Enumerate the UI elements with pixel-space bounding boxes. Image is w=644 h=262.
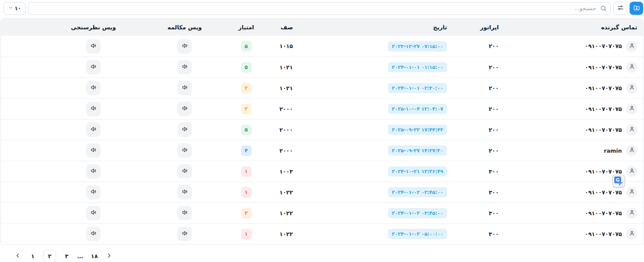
google-translate-popup[interactable]: G [613, 175, 625, 187]
caller-number: ramin [604, 148, 622, 154]
speaker-icon [90, 146, 97, 155]
person-icon [629, 84, 635, 92]
filter-button[interactable] [613, 2, 627, 15]
score-badge: ۱ [241, 229, 252, 239]
queue-number: ۱۰۲۲ [267, 189, 297, 196]
play-survey-voice-button[interactable] [86, 227, 101, 241]
caller-number: ۰۹۱۰۰۷۰۷۰۷۵ [585, 106, 622, 112]
score-badge: ۲ [241, 208, 252, 219]
speaker-icon [90, 84, 97, 92]
person-icon [629, 168, 635, 175]
play-call-voice-button[interactable] [177, 143, 192, 158]
play-call-voice-button[interactable] [177, 185, 192, 199]
play-survey-voice-button[interactable] [86, 102, 101, 116]
play-survey-voice-button[interactable] [86, 143, 101, 158]
call-date-badge: ۲۰۲۳-۱۲-۲۷ ۰۷:۱۵:۰۰ [388, 41, 447, 51]
operator-number: ۲۰۰ [452, 148, 503, 154]
caller-avatar [626, 166, 637, 177]
score-badge: ۱ [241, 187, 252, 198]
pagination: ۱ ۲ ۳ … ۱۸ [0, 245, 644, 262]
play-survey-voice-button[interactable] [86, 39, 101, 54]
table-row: ۰۹۱۰۰۷۰۷۰۷۵ ۳۰۰ ۲۰۲۴-۱۰-۲۱ ۱۲:۲۶:۴۹ ۱۰۰۳… [1, 161, 643, 182]
table-row: ۰۹۱۰۰۷۰۷۰۷۵ ۲۰۰ ۲۰۲۴-۰۱-۰۱ ۰۱:۱۵:۰۰ ۱۰۲۱… [1, 57, 643, 77]
play-call-voice-button[interactable] [177, 122, 192, 137]
speaker-icon [181, 167, 188, 176]
export-button[interactable] [630, 2, 643, 15]
speaker-icon [90, 105, 97, 113]
operator-number: ۲۰۰ [452, 127, 503, 133]
person-icon [629, 63, 635, 71]
call-date-badge: ۲۰۲۴-۰۱-۰۲ ۰۳:۴۵:۰۰ [388, 208, 447, 218]
person-icon [629, 105, 635, 113]
caller-number: ۰۹۱۰۰۷۰۷۰۷۵ [585, 168, 622, 175]
column-header-queue: صف [267, 24, 297, 31]
column-header-voice-survey: ویس نظرسنجی [47, 24, 144, 31]
call-date-badge: ۲۰۲۴-۰۱-۰۲ ۰۵:۰۰:۰۰ [388, 229, 447, 239]
call-date-badge: ۲۰۲۴-۰۱-۰۱ ۰۲:۳۰:۰۰ [388, 83, 447, 93]
page-button-1[interactable]: ۱ [28, 251, 37, 261]
play-survey-voice-button[interactable] [86, 185, 101, 199]
play-survey-voice-button[interactable] [86, 206, 101, 220]
previous-page-button[interactable] [14, 251, 22, 261]
table-row: ۰۹۱۰۰۷۰۷۰۷۵ ۳۰۰ ۲۰۲۴-۰۱-۰۲ ۰۳:۴۵:۰۰ ۱۰۲۲… [1, 202, 643, 223]
caller-number: ۰۹۱۰۰۷۰۷۰۷۵ [585, 43, 622, 49]
page-button-3[interactable]: ۳ [62, 251, 71, 261]
caller-number: ۰۹۱۰۰۷۰۷۰۷۵ [585, 210, 622, 216]
play-call-voice-button[interactable] [177, 206, 192, 220]
table-row: ۰۹۱۰۰۷۰۷۰۷۵ ۲۰۰ ۲۰۲۴-۰۱-۰۱ ۰۲:۳۰:۰۰ ۱۰۲۱… [1, 77, 643, 98]
caller-avatar [626, 62, 637, 73]
play-survey-voice-button[interactable] [86, 60, 101, 74]
queue-number: ۱۰۲۱ [267, 85, 297, 91]
caller-avatar [626, 41, 637, 52]
score-badge: ۴ [241, 145, 252, 156]
play-survey-voice-button[interactable] [86, 164, 101, 179]
score-badge: ۱ [241, 166, 252, 177]
speaker-icon [90, 167, 97, 176]
sliders-icon [617, 4, 624, 13]
play-call-voice-button[interactable] [177, 227, 192, 241]
caller-avatar [626, 187, 637, 198]
play-call-voice-button[interactable] [177, 164, 192, 179]
table-row: ramin ۲۰۰ ۲۰۲۵-۰۹-۲۷ ۱۴:۳۷:۳۰ ۲۰۰۰ ۴ [1, 140, 643, 161]
table-header-row: تماس گیرنده اپراتور تاریخ صف امتیاز ویس … [1, 19, 643, 36]
play-survey-voice-button[interactable] [86, 81, 101, 95]
page-button-2-active[interactable]: ۲ [43, 250, 56, 262]
speaker-icon [181, 63, 188, 71]
person-icon [629, 188, 635, 196]
toolbar: ۱۰ [0, 0, 644, 17]
caller-number: ۰۹۱۰۰۷۰۷۰۷۵ [585, 127, 622, 133]
score-badge: ۵ [241, 62, 252, 73]
column-header-caller: تماس گیرنده [503, 24, 643, 31]
page-button-18[interactable]: ۱۸ [90, 251, 98, 261]
caller-number: ۰۹۱۰۰۷۰۷۰۷۵ [585, 64, 622, 71]
operator-number: ۳۰۰ [452, 210, 503, 216]
speaker-icon [181, 125, 188, 134]
speaker-icon [181, 146, 188, 155]
queue-number: ۱۰۱۵ [267, 43, 297, 49]
play-call-voice-button[interactable] [177, 60, 192, 74]
page-size-select[interactable]: ۱۰ [3, 2, 25, 15]
play-call-voice-button[interactable] [177, 39, 192, 54]
person-icon [629, 147, 635, 154]
table-row: ۰۹۱۰۰۷۰۷۰۷۵ ۲۰۰ ۲۰۲۵-۰۹-۲۲ ۱۷:۴۴:۴۳ ۲۰۰۰… [1, 119, 643, 140]
table-row: ۰۹۱۰۰۷۰۷۰۷۵ ۳۰۰ ۲۰۲۴-۰۱-۰۲ ۰۵:۰۰:۰۰ ۱۰۲۲… [1, 223, 643, 244]
caller-number: ۰۹۱۰۰۷۰۷۰۷۵ [585, 189, 622, 196]
caller-avatar [626, 124, 637, 135]
queue-number: ۱۰۲۲ [267, 210, 297, 216]
search-input[interactable] [28, 2, 611, 15]
speaker-icon [90, 42, 97, 51]
operator-number: ۳۰۰ [452, 189, 503, 196]
next-page-button[interactable] [105, 251, 113, 261]
play-call-voice-button[interactable] [177, 81, 192, 95]
play-call-voice-button[interactable] [177, 102, 192, 116]
operator-number: ۲۰۰ [452, 64, 503, 71]
person-icon [629, 209, 635, 217]
column-header-operator: اپراتور [452, 24, 503, 31]
call-log-table: تماس گیرنده اپراتور تاریخ صف امتیاز ویس … [0, 18, 644, 245]
table-row: ۰۹۱۰۰۷۰۷۰۷۵ ۲۰۰ ۲۰۲۳-۱۲-۲۷ ۰۷:۱۵:۰۰ ۱۰۱۵… [1, 36, 643, 57]
caller-avatar [626, 103, 637, 114]
table-row: ۰۹۱۰۰۷۰۷۰۷۵ ۲۰۰ ۲۰۲۵-۱۰-۰۴ ۱۲:۰۴:۰۷ ۲۰۰۰… [1, 98, 643, 119]
caller-avatar [626, 208, 637, 219]
caller-number: ۰۹۱۰۰۷۰۷۰۷۵ [585, 85, 622, 91]
play-survey-voice-button[interactable] [86, 122, 101, 137]
